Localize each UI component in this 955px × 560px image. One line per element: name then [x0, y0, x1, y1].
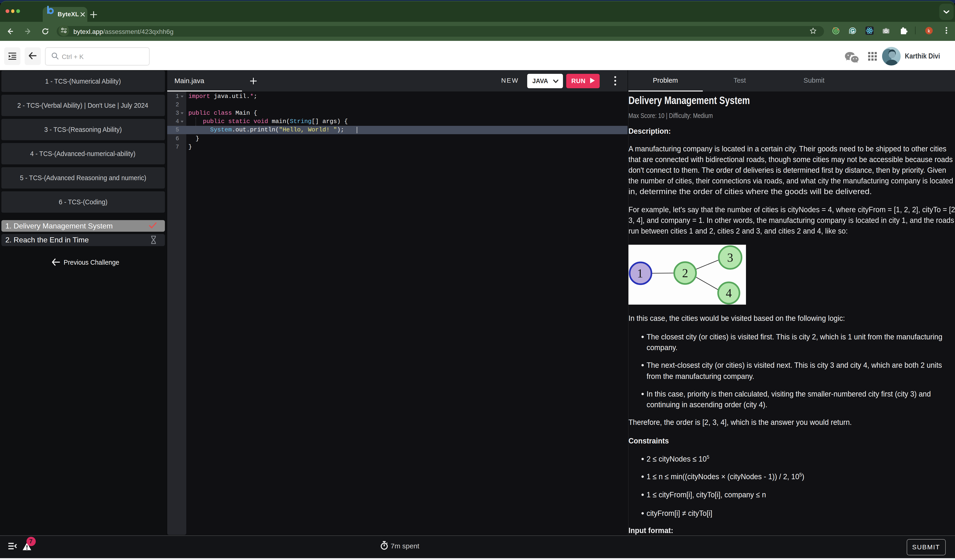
- svg-text:4: 4: [726, 286, 732, 299]
- svg-text:2: 2: [682, 266, 688, 280]
- svg-text:3: 3: [727, 251, 733, 264]
- svg-text:1: 1: [637, 266, 643, 280]
